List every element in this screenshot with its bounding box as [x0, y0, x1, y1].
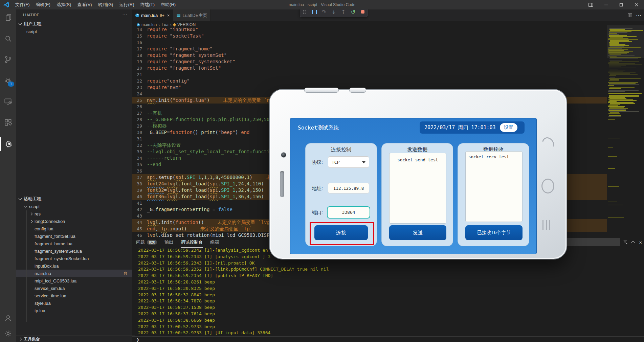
menu-item[interactable]: 终端(T): [137, 0, 158, 9]
extensions-icon[interactable]: [0, 116, 16, 129]
line-number: 37: [132, 174, 142, 181]
tree-item-fragment_systemSocket.lua[interactable]: fragment_systemSocket.lua: [16, 255, 132, 262]
receive-textarea[interactable]: socket recv test: [465, 151, 523, 222]
filter-icon[interactable]: [623, 240, 628, 245]
source-control-icon[interactable]: [0, 53, 16, 66]
problems-count-badge: 820: [147, 240, 157, 245]
close-window-icon[interactable]: [629, 0, 644, 9]
code-line-19: 19require "fragment_systemSocket": [132, 59, 607, 65]
send-button[interactable]: 发送: [389, 225, 446, 240]
section-active-project[interactable]: 活动工程: [16, 195, 132, 203]
line-number: 25: [132, 97, 142, 104]
line-number: 19: [132, 59, 142, 65]
sidebar-more-icon[interactable]: ⋯: [122, 12, 127, 18]
section-tools[interactable]: 工具集合: [16, 336, 135, 342]
phone-volume-button: [304, 88, 339, 93]
connection-panel-title: 连接控制: [306, 146, 377, 153]
received-bytes-button[interactable]: 已接收16个字节: [465, 225, 523, 240]
trash-icon[interactable]: [123, 271, 128, 276]
menu-item[interactable]: 选择(S): [53, 0, 74, 9]
activity-bar: 1: [0, 9, 16, 342]
send-panel-title: 发送数据: [382, 146, 453, 153]
panel-tab-调试控制台[interactable]: 调试控制台: [181, 237, 203, 248]
menu-item[interactable]: 运行(R): [116, 0, 137, 9]
tree-item-service_time.lua[interactable]: service_time.lua: [16, 292, 132, 299]
address-input[interactable]: 112.125.89.8: [328, 183, 369, 193]
tree-item-service_sim.lua[interactable]: service_sim.lua: [16, 284, 132, 292]
line-number: 27: [132, 110, 142, 116]
line-number: 35: [132, 161, 142, 168]
run-debug-icon[interactable]: 1: [0, 74, 16, 87]
split-editor-icon[interactable]: [627, 13, 632, 18]
send-textarea[interactable]: socket send test: [389, 153, 446, 224]
line-number: 15: [132, 33, 142, 39]
panel-tab-问题[interactable]: 问题820: [136, 237, 157, 247]
tree-item-script-user[interactable]: script: [16, 28, 132, 35]
tree-item-fragment_home.lua[interactable]: fragment_home.lua: [16, 240, 132, 247]
maximize-icon[interactable]: [614, 0, 629, 9]
editor-more-icon[interactable]: ⋯: [636, 12, 641, 19]
tree-item-tp.lua[interactable]: tp.lua: [16, 307, 132, 314]
tree-item-longConnection[interactable]: longConnection: [16, 218, 132, 225]
tree-item-res[interactable]: res: [16, 210, 132, 218]
panel-close-icon[interactable]: ×: [639, 240, 642, 245]
phone-camera: [281, 152, 286, 158]
panel-tab-输出[interactable]: 输出: [164, 237, 173, 247]
section-user-project[interactable]: 用户工程: [16, 20, 132, 28]
minimap[interactable]: [607, 21, 644, 237]
menu-item[interactable]: 编辑(E): [33, 0, 53, 9]
console-input-prompt[interactable]: ❯: [132, 336, 644, 342]
connect-button-annotation: [310, 222, 374, 245]
tree-item-mipi_lcd_GC9503.lua[interactable]: mipi_lcd_GC9503.lua: [16, 277, 132, 284]
line-number: 44: [132, 219, 142, 226]
chevron-right-icon: [19, 338, 22, 341]
chevron-right-icon: [29, 220, 33, 223]
tree-item-label: mipi_lcd_GC9503.lua: [35, 278, 76, 283]
settings-gear-icon[interactable]: [0, 327, 16, 340]
tree-item-config.lua[interactable]: config.lua: [16, 225, 132, 232]
tree-item-fragment_systemSet.lua[interactable]: fragment_systemSet.lua: [16, 247, 132, 255]
panel-tab-终端[interactable]: 终端: [210, 237, 219, 247]
tab-main.lua[interactable]: main.lua9+×: [132, 9, 173, 21]
tree-item-label: fragment_systemSet.lua: [35, 249, 82, 254]
app-title: Socket测试系统: [298, 124, 339, 132]
account-icon[interactable]: [0, 311, 16, 325]
tab-LuatIDE主页[interactable]: LuatIDE主页: [173, 9, 211, 21]
tree-item-label: res: [35, 211, 41, 216]
remote-simulator-icon[interactable]: [0, 95, 16, 108]
menu-item[interactable]: 查看(V): [74, 0, 95, 9]
minimize-icon[interactable]: [598, 0, 614, 9]
phone-screen: Socket测试系统 2022/03/17 周四 17:01:03 设置 连接控…: [290, 118, 537, 254]
menu-bar: 文件(F)编辑(E)选择(S)查看(V)转到(G)运行(R)终端(T)帮助(H): [12, 0, 179, 9]
tree-item-inputBox.lua[interactable]: inputBox.lua: [16, 262, 132, 270]
chevron-down-icon: [24, 204, 27, 208]
port-input[interactable]: 33864: [327, 206, 370, 219]
console-line: 2022-03-17 17:00:52.9733 beep: [132, 324, 644, 330]
menu-item[interactable]: 文件(F): [12, 0, 33, 9]
settings-button[interactable]: 设置: [500, 123, 517, 132]
panel-tab-label: 输出: [164, 239, 173, 245]
line-number: 17: [132, 46, 142, 52]
line-number: 24: [132, 91, 142, 97]
protocol-select[interactable]: TCP: [328, 156, 369, 168]
panel-maximize-icon[interactable]: [631, 241, 635, 245]
tree-item-fragment_fontSet.lua[interactable]: fragment_fontSet.lua: [16, 232, 132, 240]
chevron-down-icon: [19, 22, 22, 25]
tree-item-main.lua[interactable]: main.lua: [16, 270, 132, 277]
tab-close-icon[interactable]: ×: [167, 13, 170, 18]
tree-item-script[interactable]: script: [16, 203, 132, 210]
explorer-icon[interactable]: [0, 11, 16, 24]
search-icon[interactable]: [0, 32, 16, 45]
luatide-chip-icon[interactable]: [0, 137, 17, 151]
sidebar-header: LUATIDE ⋯: [16, 9, 132, 20]
sidebar: LUATIDE ⋯ 用户工程 script 活动工程scriptreslongC…: [16, 9, 132, 342]
menu-item[interactable]: 转到(G): [95, 0, 116, 9]
menu-item[interactable]: 帮助(H): [158, 0, 179, 9]
layout-toggle-icon[interactable]: [583, 0, 598, 9]
code-line-22: 22require"config": [132, 78, 607, 84]
window-controls: [583, 0, 644, 9]
tree-item-style.lua[interactable]: style.lua: [16, 299, 132, 307]
code-text: lvgl.init(function()未定义的全局变量 `lvgl`。: [147, 219, 280, 226]
tab-label: LuatIDE主页: [182, 13, 207, 19]
line-number: 21: [132, 71, 142, 78]
